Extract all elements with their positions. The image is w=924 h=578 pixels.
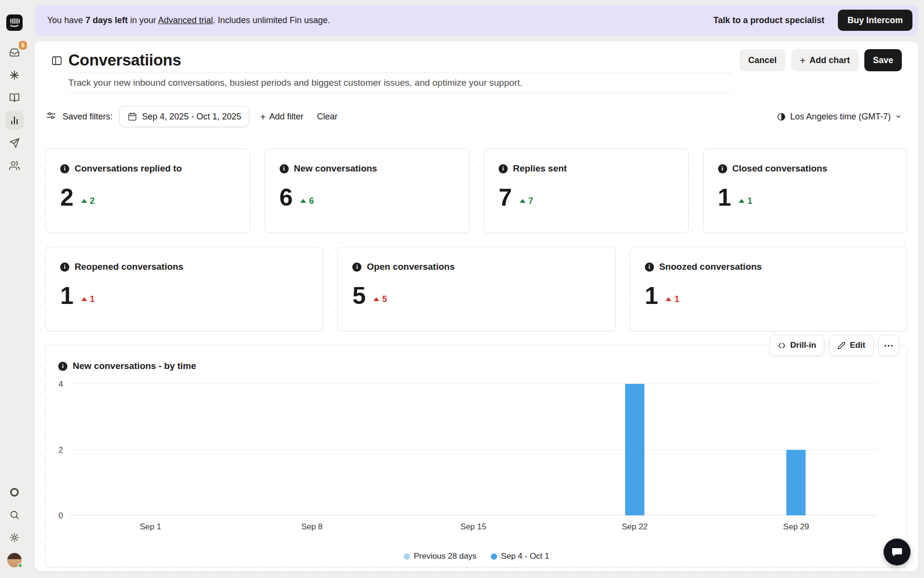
metric-value: 1 — [718, 185, 732, 210]
metric-label: New conversations — [294, 163, 377, 174]
legend-dot — [491, 553, 497, 560]
saved-filters-label: Saved filters: — [63, 112, 113, 122]
info-icon: i — [58, 362, 67, 371]
info-icon: i — [60, 263, 69, 272]
calendar-icon — [128, 112, 137, 121]
timezone-selector[interactable]: Los Angeles time (GMT-7) — [777, 112, 902, 122]
app-sidebar: 5 — [0, 0, 29, 578]
metric-delta: 1 — [739, 196, 752, 206]
talk-to-specialist-link[interactable]: Talk to a product specialist — [713, 15, 824, 26]
plus-icon: + — [800, 55, 806, 66]
sidebar-item-contacts[interactable] — [5, 157, 24, 175]
drill-in-button[interactable]: Drill-in — [770, 335, 824, 356]
report-subtitle[interactable]: Track your new inbound conversations, bu… — [68, 78, 732, 93]
report-panel: Conversatiions Track your new inbound co… — [35, 41, 918, 571]
metric-value: 1 — [645, 284, 658, 308]
metric-delta: 6 — [300, 196, 314, 206]
trial-banner: You have 7 days left in your Advanced tr… — [35, 5, 918, 36]
date-range-value: Sep 4, 2025 - Oct 1, 2025 — [142, 112, 241, 122]
timezone-globe-icon — [777, 112, 786, 121]
metric-value: 5 — [352, 284, 366, 308]
save-button[interactable]: Save — [864, 49, 902, 71]
x-axis-tick-label: Sep 29 — [783, 522, 809, 532]
header-actions: Cancel + Add chart Save — [740, 49, 902, 71]
chart-bar[interactable] — [625, 384, 644, 515]
sidebar-item-knowledge[interactable] — [5, 89, 24, 107]
sidebar-item-fin[interactable] — [5, 66, 24, 84]
metric-label: Snoozed conversations — [659, 262, 762, 272]
info-icon: i — [280, 164, 289, 173]
status-ring-icon[interactable] — [5, 483, 24, 501]
chart-gridline — [70, 515, 877, 515]
metric-delta: 1 — [81, 294, 95, 304]
search-icon[interactable] — [5, 506, 24, 524]
up-arrow-icon — [373, 297, 379, 301]
legend-item[interactable]: Sep 4 - Oct 1 — [491, 552, 549, 561]
chevron-down-icon — [895, 113, 902, 120]
info-icon: i — [645, 263, 654, 272]
advanced-trial-link[interactable]: Advanced trial — [158, 15, 213, 25]
chart-gridline — [70, 383, 877, 384]
sidebar-nav-bottom — [5, 483, 24, 569]
chart-more-button[interactable]: ⋯ — [878, 335, 899, 356]
metric-card[interactable]: iConversations replied to 22 — [45, 148, 250, 233]
up-arrow-icon — [300, 199, 306, 203]
plus-icon: + — [260, 112, 266, 122]
clear-filters-button[interactable]: Clear — [313, 112, 342, 122]
add-filter-button[interactable]: + Add filter — [256, 112, 307, 122]
info-icon: i — [499, 164, 508, 173]
user-avatar[interactable] — [5, 551, 24, 569]
chart-bar[interactable] — [786, 450, 806, 516]
inbox-count-badge: 5 — [19, 41, 27, 50]
sidebar-item-inbox[interactable]: 5 — [5, 43, 24, 62]
banner-actions: Talk to a product specialist Buy Interco… — [713, 10, 912, 31]
up-arrow-icon — [520, 199, 526, 203]
add-chart-button[interactable]: + Add chart — [791, 49, 859, 71]
settings-gear-icon[interactable] — [5, 528, 24, 547]
y-axis-tick-label: 0 — [59, 512, 63, 520]
y-axis-tick-label: 4 — [59, 380, 63, 388]
drill-in-icon — [778, 342, 786, 350]
x-axis-tick-label: Sep 1 — [140, 522, 161, 532]
metric-label: Conversations replied to — [75, 163, 182, 174]
editable-title-fields[interactable]: Conversatiions Track your new inbound co… — [68, 51, 732, 93]
sidebar-item-reports[interactable] — [5, 111, 24, 130]
legend-label: Previous 28 days — [414, 552, 476, 561]
up-arrow-icon — [739, 199, 744, 203]
y-axis-tick-label: 2 — [59, 446, 63, 454]
collapse-panel-icon[interactable] — [51, 55, 63, 68]
intercom-logo[interactable] — [6, 14, 23, 31]
avatar — [7, 553, 22, 567]
date-range-picker[interactable]: Sep 4, 2025 - Oct 1, 2025 — [119, 106, 249, 127]
chart-card[interactable]: Drill-in Edit ⋯ i New conversations - by… — [45, 345, 908, 567]
filter-bar: Saved filters: Sep 4, 2025 - Oct 1, 2025… — [46, 106, 902, 127]
chart-toolbar: Drill-in Edit ⋯ — [770, 335, 899, 356]
legend-label: Sep 4 - Oct 1 — [501, 552, 549, 561]
chart-gridline — [70, 449, 877, 450]
cancel-button[interactable]: Cancel — [740, 49, 785, 71]
pencil-icon — [837, 342, 846, 350]
up-arrow-icon — [666, 297, 671, 301]
sidebar-item-outbound[interactable] — [5, 134, 24, 152]
legend-item[interactable]: Previous 28 days — [404, 552, 476, 561]
days-left-text: 7 days left — [85, 15, 128, 25]
metric-card[interactable]: iOpen conversations 55 — [337, 247, 615, 331]
metric-card[interactable]: iSnoozed conversations 11 — [630, 247, 908, 331]
metric-card[interactable]: iNew conversations 66 — [265, 148, 470, 233]
metric-label: Replies sent — [513, 163, 567, 174]
messenger-launcher[interactable] — [884, 539, 911, 565]
filter-sliders-icon — [46, 110, 56, 123]
chart-legend: Previous 28 daysSep 4 - Oct 1 — [46, 552, 907, 561]
x-axis-tick-label: Sep 8 — [301, 522, 322, 532]
edit-chart-button[interactable]: Edit — [829, 335, 873, 356]
metric-row-1: iConversations replied to 22 iNew conver… — [45, 148, 908, 233]
metric-card[interactable]: iReplies sent 77 — [484, 148, 689, 233]
metric-delta: 2 — [81, 196, 95, 206]
buy-intercom-button[interactable]: Buy Intercom — [838, 10, 912, 31]
online-status-dot — [18, 563, 23, 568]
metric-delta: 7 — [520, 196, 533, 206]
info-icon: i — [352, 263, 361, 272]
metric-card[interactable]: iReopened conversations 11 — [45, 247, 323, 331]
metric-card[interactable]: iClosed conversations 11 — [703, 148, 908, 233]
report-title[interactable]: Conversatiions — [68, 51, 732, 73]
